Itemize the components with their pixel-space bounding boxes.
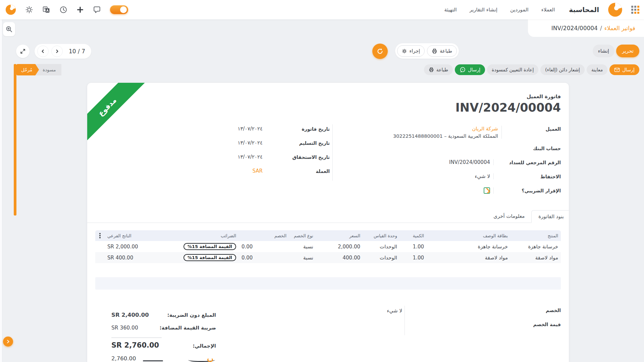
menu-item-vendors[interactable]: الموردين (510, 7, 529, 13)
discount-label: الخصم (546, 308, 561, 313)
cell-product: مواد لاصقة (511, 255, 561, 261)
invoice-lines-table: المنتج بطاقة الوصف الكمية وحدة القياس ال… (95, 230, 561, 263)
bank-account-label: حساب البنك (494, 145, 561, 151)
zoom-button[interactable] (3, 22, 15, 36)
breadcrumb-separator: / (600, 25, 602, 32)
expand-arrows-icon (19, 48, 26, 55)
header-quantity: الكمية (400, 233, 427, 238)
invoice-date-row: تاريخ فاتورة ١٣/٠٧/٢٠٢٤ (222, 124, 333, 138)
print-invoice-label: طباعة (436, 67, 448, 72)
apps-grid-icon[interactable] (631, 6, 639, 14)
accounting-app: المحاسبة العملاء الموردين إنشاء التقارير… (0, 0, 644, 362)
pager-next-button[interactable] (51, 46, 63, 57)
currency-link[interactable]: SAR (253, 168, 263, 174)
customer-link[interactable]: شركة الريان (472, 126, 498, 132)
invoice-form-card: مدفوع فاتورة العميل INV/2024/00004 العمي… (87, 83, 569, 362)
cell-price: 2,000.00 (316, 244, 363, 250)
reset-to-draft-button[interactable]: إعادة التعيين كمسودة (487, 64, 538, 75)
cell-product: خرسانة جاهزة (511, 244, 561, 250)
theme-toggle[interactable] (110, 5, 128, 14)
bank-field-row: حساب البنك (393, 144, 561, 158)
kebab-icon[interactable] (95, 233, 105, 238)
field-groups: العميل شركة الريان المملكة العربية السعو… (87, 124, 569, 200)
app-title[interactable]: المحاسبة (569, 6, 599, 14)
tax-declaration-label: الإقرار الضريبي؟ (494, 187, 561, 193)
due-date-label: تاريخ الاستحقاق (266, 154, 330, 160)
menu-item-customers[interactable]: العملاء (541, 7, 555, 13)
header-price: السعر (316, 233, 363, 238)
plus-icon[interactable] (76, 6, 84, 13)
invoice-number: INV/2024/00004 (455, 101, 561, 114)
untaxed-row: المبلغ دون الضريبة: SR 2,400.00 (111, 312, 216, 318)
home-logo-icon[interactable] (5, 4, 16, 15)
create-button[interactable]: إنشاء (593, 45, 614, 57)
tab-invoice-lines[interactable]: بنود الفاتورة (531, 210, 569, 223)
invoice-date-label: تاريخ فاتورة (266, 126, 330, 132)
discount-value: لا شيء (387, 308, 402, 314)
print-button[interactable]: طباعة (427, 45, 457, 57)
vat-label: ضريبة القيمة المضافة: (162, 325, 216, 331)
header-uom: وحدة القياس (363, 233, 400, 238)
menu-item-reporting[interactable]: إنشاء التقارير (470, 7, 497, 13)
brand-logo[interactable] (608, 2, 623, 17)
clipped-content-line (143, 360, 163, 361)
tax-declaration-value (393, 187, 494, 194)
side-drawer-toggle-button[interactable] (3, 337, 13, 347)
state-posted-tag[interactable]: مُرحّل (16, 64, 39, 75)
envelope-icon (614, 67, 620, 72)
expand-button[interactable] (16, 45, 30, 58)
printer-icon (429, 67, 434, 72)
state-draft-tag[interactable]: مسودة (36, 64, 61, 75)
cell-discount-type: نسبة (289, 244, 316, 250)
cell-uom: الوحدات (363, 244, 400, 250)
action-button[interactable]: إجراء (397, 45, 425, 57)
cell-discount: 0.00 (239, 255, 289, 261)
header-discount-type: نوع الخصم (289, 233, 316, 238)
grand-total-value: SR 2,760.00 (111, 341, 162, 349)
edit-button[interactable]: تحرير (616, 45, 639, 57)
statusbar: مُرحّل مسودة إرسال معاينة إشعار دائن (إل… (16, 64, 644, 75)
send-whatsapp-button[interactable]: إرسال (455, 64, 485, 75)
header-discount: الخصم (239, 233, 289, 238)
activities-clock-icon[interactable] (59, 6, 67, 14)
chevron-right-icon (54, 49, 60, 54)
preview-button[interactable]: معاينة (587, 64, 607, 75)
credit-note-button[interactable]: إشعار دائن (إلغاء) (540, 64, 585, 75)
table-row[interactable]: مواد لاصقة مواد لاصقة 1.00 الوحدات 400.0… (95, 252, 561, 263)
menu-item-configuration[interactable]: التهيئة (444, 7, 457, 13)
action-gear-icon (402, 49, 407, 54)
chevron-left-icon (40, 49, 46, 54)
pager-previous-button[interactable] (37, 46, 49, 57)
tax-badge: القيمة المضافة 15% (183, 243, 236, 250)
refresh-button[interactable] (372, 44, 388, 59)
send-button[interactable]: إرسال (609, 64, 639, 75)
grand-total-row: الإجمالي: SR 2,760.00 (111, 341, 216, 349)
due-date-row: تاريخ الاستحقاق ١٣/٠٧/٢٠٢٤ (222, 153, 333, 167)
print-invoice-button[interactable]: طباعة (424, 64, 453, 75)
customer-label: العميل (502, 126, 561, 132)
retention-value: لا شيء (393, 173, 494, 179)
delivery-date-value: ١٣/٠٧/٢٠٢٤ (222, 140, 266, 146)
state-tags: مُرحّل مسودة (16, 64, 61, 75)
chevron-right-icon (5, 339, 11, 344)
cell-subtotal: SR 2,000.00 (105, 244, 182, 250)
clipped-content-orange-mark (207, 358, 213, 362)
collapsed-side-rail (0, 19, 2, 362)
cell-uom: الوحدات (363, 255, 400, 261)
cell-quantity: 1.00 (400, 244, 427, 250)
settings-gear-icon[interactable] (25, 6, 33, 14)
translate-icon[interactable] (42, 6, 50, 14)
messages-chat-icon[interactable] (93, 6, 101, 14)
tax-declaration-checkbox[interactable] (484, 187, 490, 194)
tax-badge: القيمة المضافة 15% (183, 254, 236, 261)
breadcrumb-section-link[interactable]: فواتير العملاء (604, 25, 635, 32)
breadcrumb-current: INV/2024/00004 (551, 25, 598, 32)
currency-row: العملة SAR (222, 167, 333, 181)
table-row[interactable]: خرسانة جاهزة خرسانة جاهزة 1.00 الوحدات 2… (95, 241, 561, 252)
action-label: إجراء (409, 48, 420, 54)
notebook-tabs: بنود الفاتورة معلومات أخرى (87, 210, 569, 223)
tab-other-info[interactable]: معلومات أخرى (487, 210, 531, 223)
printer-icon (432, 48, 437, 54)
field-group-left: تاريخ فاتورة ١٣/٠٧/٢٠٢٤ تاريخ التسليم ١٣… (222, 124, 333, 200)
send-whatsapp-label: إرسال (468, 67, 480, 72)
